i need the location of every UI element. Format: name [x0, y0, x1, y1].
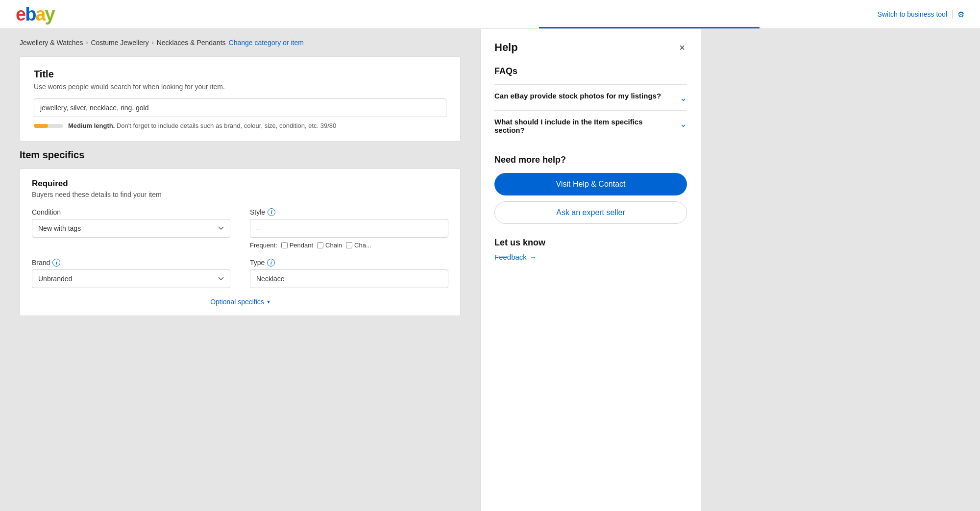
ebay-logo: ebay — [16, 5, 54, 24]
change-category-link[interactable]: Change category or item — [229, 39, 304, 47]
style-group: Style i Frequent: Pendant — [250, 208, 448, 249]
gear-icon[interactable]: ⚙ — [957, 10, 964, 19]
let-us-know-section: Let us know Feedback → — [494, 238, 687, 261]
type-input[interactable] — [250, 269, 448, 288]
title-progress-bar — [34, 124, 63, 128]
title-feedback-text: Medium length. Don't forget to include d… — [68, 122, 336, 129]
faqs-label: FAQs — [494, 66, 687, 76]
style-input[interactable] — [250, 219, 448, 238]
chain-checkbox[interactable] — [317, 242, 323, 248]
required-card: Required Buyers need these details to fi… — [20, 169, 461, 316]
faq-item-2[interactable]: What should I include in the Item specif… — [494, 110, 687, 141]
logo-y: y — [45, 4, 54, 24]
faq-question-1: Can eBay provide stock photos for my lis… — [494, 92, 675, 100]
header-bottom-bar — [539, 27, 760, 28]
breadcrumb-item-2: Costume Jewellery — [91, 39, 148, 47]
arrow-right-icon: → — [530, 253, 537, 261]
breadcrumb-sep-2: › — [152, 39, 154, 46]
breadcrumb-sep-1: › — [86, 39, 88, 46]
condition-select[interactable]: New with tags New without tags New with … — [32, 219, 230, 238]
need-more-help-section: Need more help? Visit Help & Contact Ask… — [494, 155, 687, 224]
type-label: Type i — [250, 259, 448, 267]
required-label: Required — [32, 179, 448, 189]
title-feedback-label: Medium length. — [68, 122, 115, 129]
type-group: Type i — [250, 259, 448, 288]
optional-specifics[interactable]: Optional specifics ▾ — [32, 298, 448, 306]
main-layout: Jewellery & Watches › Costume Jewellery … — [0, 29, 980, 511]
logo-e: e — [16, 4, 25, 24]
help-title: Help — [494, 41, 518, 54]
logo-a: a — [35, 4, 45, 24]
style-info-icon[interactable]: i — [268, 208, 275, 216]
fields-row-2: Brand i Unbranded Type i — [32, 259, 448, 288]
frequent-pendant[interactable]: Pendant — [281, 242, 313, 249]
feedback-label: Feedback — [494, 253, 527, 261]
switch-business-link[interactable]: Switch to business tool — [878, 10, 947, 18]
chevron-down-icon: ▾ — [267, 298, 270, 305]
faq-item-1[interactable]: Can eBay provide stock photos for my lis… — [494, 84, 687, 110]
title-section: Title Use words people would search for … — [20, 56, 461, 142]
need-more-title: Need more help? — [494, 155, 687, 165]
brand-group: Brand i Unbranded — [32, 259, 230, 288]
pendant-checkbox[interactable] — [281, 242, 288, 248]
title-subtitle: Use words people would search for when l… — [34, 83, 446, 91]
required-desc: Buyers need these details to find your i… — [32, 191, 448, 198]
pendant-label: Pendant — [290, 242, 313, 249]
brand-label: Brand i — [32, 259, 230, 267]
style-label: Style i — [250, 208, 448, 216]
item-specifics-heading: Item specifics — [20, 149, 461, 161]
logo-b: b — [25, 4, 35, 24]
fields-row-1: Condition New with tags New without tags… — [32, 208, 448, 249]
header-right: Switch to business tool ⚙ — [878, 10, 964, 19]
chain-label: Chain — [325, 242, 342, 249]
help-panel: Help × FAQs Can eBay provide stock photo… — [480, 29, 701, 511]
frequent-charm[interactable]: Cha... — [346, 242, 371, 249]
title-heading: Title — [34, 69, 446, 80]
header: ebay Switch to business tool ⚙ — [0, 0, 980, 29]
breadcrumb-item-3: Necklaces & Pendants — [157, 39, 226, 47]
style-frequent-row: Frequent: Pendant Chain Ch — [250, 242, 448, 249]
faq-question-2: What should I include in the Item specif… — [494, 118, 675, 134]
visit-help-button[interactable]: Visit Help & Contact — [494, 173, 687, 195]
faq-chevron-2: ⌄ — [680, 119, 687, 129]
type-info-icon[interactable]: i — [267, 259, 275, 267]
title-feedback: Medium length. Don't forget to include d… — [34, 122, 446, 129]
help-header: Help × — [494, 41, 687, 54]
faq-chevron-1: ⌄ — [680, 93, 687, 103]
brand-select[interactable]: Unbranded — [32, 269, 230, 288]
ask-expert-button[interactable]: Ask an expert seller — [494, 201, 687, 224]
content-area: Jewellery & Watches › Costume Jewellery … — [0, 29, 480, 511]
breadcrumb: Jewellery & Watches › Costume Jewellery … — [20, 39, 461, 47]
title-input[interactable] — [34, 98, 446, 117]
title-progress-fill — [34, 124, 48, 128]
condition-label: Condition — [32, 208, 230, 216]
header-divider — [952, 10, 953, 19]
help-close-button[interactable]: × — [677, 41, 687, 54]
brand-info-icon[interactable]: i — [52, 259, 60, 267]
charm-label: Cha... — [354, 242, 371, 249]
title-feedback-detail: Don't forget to include details such as … — [117, 122, 336, 129]
let-us-know-title: Let us know — [494, 238, 687, 248]
item-specifics-section: Item specifics Required Buyers need thes… — [20, 149, 461, 316]
breadcrumb-item-1: Jewellery & Watches — [20, 39, 83, 47]
condition-group: Condition New with tags New without tags… — [32, 208, 230, 249]
frequent-chain[interactable]: Chain — [317, 242, 342, 249]
frequent-label: Frequent: — [250, 242, 277, 249]
optional-specifics-label: Optional specifics — [210, 298, 264, 306]
charm-checkbox[interactable] — [346, 242, 352, 248]
feedback-link[interactable]: Feedback → — [494, 253, 687, 261]
